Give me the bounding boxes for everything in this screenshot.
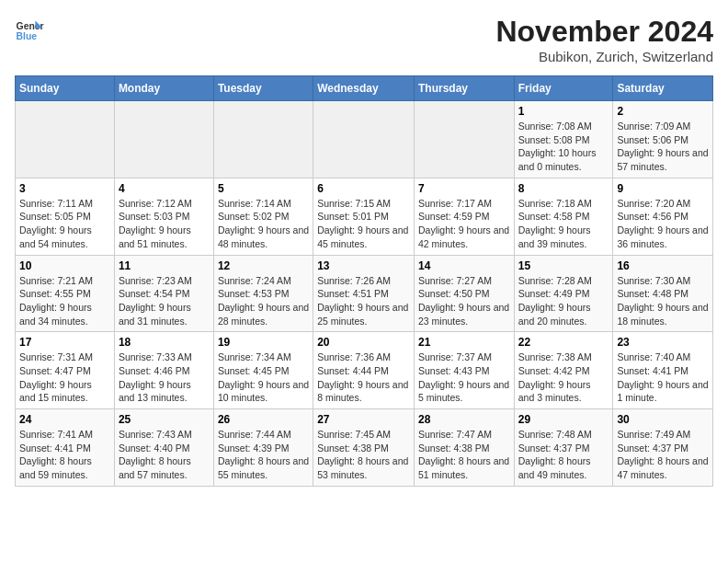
day-info: Sunrise: 7:40 AM Sunset: 4:41 PM Dayligh… [617,350,709,405]
day-info: Sunrise: 7:47 AM Sunset: 4:38 PM Dayligh… [418,428,510,482]
day-number: 26 [218,413,309,426]
calendar-week-row: 17Sunrise: 7:31 AM Sunset: 4:47 PM Dayli… [16,332,713,409]
calendar-cell: 20Sunrise: 7:36 AM Sunset: 4:44 PM Dayli… [313,332,415,409]
day-info: Sunrise: 7:11 AM Sunset: 5:05 PM Dayligh… [19,197,110,251]
day-info: Sunrise: 7:38 AM Sunset: 4:42 PM Dayligh… [518,350,609,405]
day-number: 15 [518,259,609,272]
calendar-cell [16,101,115,178]
day-number: 13 [317,259,410,272]
calendar-cell [313,101,415,178]
day-info: Sunrise: 7:49 AM Sunset: 4:37 PM Dayligh… [617,428,709,482]
calendar-cell: 21Sunrise: 7:37 AM Sunset: 4:43 PM Dayli… [414,332,514,409]
day-info: Sunrise: 7:43 AM Sunset: 4:40 PM Dayligh… [119,428,210,482]
day-info: Sunrise: 7:21 AM Sunset: 4:55 PM Dayligh… [19,274,110,328]
calendar-cell: 11Sunrise: 7:23 AM Sunset: 4:54 PM Dayli… [114,255,213,332]
day-number: 30 [617,413,709,426]
day-info: Sunrise: 7:33 AM Sunset: 4:46 PM Dayligh… [119,350,210,405]
calendar-cell: 24Sunrise: 7:41 AM Sunset: 4:41 PM Dayli… [16,409,115,487]
calendar-week-row: 1Sunrise: 7:08 AM Sunset: 5:08 PM Daylig… [16,101,713,178]
day-number: 4 [119,182,210,195]
day-number: 14 [418,259,510,272]
day-number: 5 [218,182,309,195]
day-info: Sunrise: 7:37 AM Sunset: 4:43 PM Dayligh… [418,350,510,405]
calendar-cell: 9Sunrise: 7:20 AM Sunset: 4:56 PM Daylig… [613,178,713,255]
calendar-cell: 7Sunrise: 7:17 AM Sunset: 4:59 PM Daylig… [414,178,514,255]
calendar-cell: 16Sunrise: 7:30 AM Sunset: 4:48 PM Dayli… [613,255,713,332]
location-subtitle: Bubikon, Zurich, Switzerland [495,49,713,64]
day-number: 8 [518,182,609,195]
day-number: 21 [418,336,510,349]
calendar-cell: 10Sunrise: 7:21 AM Sunset: 4:55 PM Dayli… [16,255,115,332]
day-info: Sunrise: 7:41 AM Sunset: 4:41 PM Dayligh… [19,428,110,482]
calendar-cell: 12Sunrise: 7:24 AM Sunset: 4:53 PM Dayli… [213,255,313,332]
day-number: 11 [119,259,210,272]
calendar-cell [414,101,514,178]
day-info: Sunrise: 7:15 AM Sunset: 5:01 PM Dayligh… [317,197,410,251]
calendar-week-row: 10Sunrise: 7:21 AM Sunset: 4:55 PM Dayli… [16,255,713,332]
day-number: 7 [418,182,510,195]
calendar-cell: 29Sunrise: 7:48 AM Sunset: 4:37 PM Dayli… [514,409,613,487]
day-info: Sunrise: 7:48 AM Sunset: 4:37 PM Dayligh… [518,428,609,482]
day-number: 2 [617,105,709,118]
day-info: Sunrise: 7:09 AM Sunset: 5:06 PM Dayligh… [617,120,709,174]
calendar-cell: 14Sunrise: 7:27 AM Sunset: 4:50 PM Dayli… [414,255,514,332]
day-info: Sunrise: 7:26 AM Sunset: 4:51 PM Dayligh… [317,274,410,328]
day-number: 6 [317,182,410,195]
day-number: 29 [518,413,609,426]
day-info: Sunrise: 7:17 AM Sunset: 4:59 PM Dayligh… [418,197,510,251]
calendar-cell: 13Sunrise: 7:26 AM Sunset: 4:51 PM Dayli… [313,255,415,332]
day-number: 17 [19,336,110,349]
day-number: 24 [19,413,110,426]
day-info: Sunrise: 7:08 AM Sunset: 5:08 PM Dayligh… [518,120,609,174]
calendar-cell: 6Sunrise: 7:15 AM Sunset: 5:01 PM Daylig… [313,178,415,255]
calendar-week-row: 3Sunrise: 7:11 AM Sunset: 5:05 PM Daylig… [16,178,713,255]
weekday-header: Friday [514,76,613,101]
calendar-cell: 2Sunrise: 7:09 AM Sunset: 5:06 PM Daylig… [613,101,713,178]
calendar-header-row: SundayMondayTuesdayWednesdayThursdayFrid… [16,76,713,101]
day-info: Sunrise: 7:31 AM Sunset: 4:47 PM Dayligh… [19,350,110,405]
logo-icon: General Blue [15,15,44,44]
calendar-cell: 5Sunrise: 7:14 AM Sunset: 5:02 PM Daylig… [213,178,313,255]
day-number: 3 [19,182,110,195]
day-number: 28 [418,413,510,426]
calendar-cell: 3Sunrise: 7:11 AM Sunset: 5:05 PM Daylig… [16,178,115,255]
day-info: Sunrise: 7:14 AM Sunset: 5:02 PM Dayligh… [218,197,309,251]
day-number: 16 [617,259,709,272]
weekday-header: Monday [114,76,213,101]
calendar-cell [114,101,213,178]
day-info: Sunrise: 7:24 AM Sunset: 4:53 PM Dayligh… [218,274,309,328]
calendar-cell: 17Sunrise: 7:31 AM Sunset: 4:47 PM Dayli… [16,332,115,409]
calendar-cell: 27Sunrise: 7:45 AM Sunset: 4:38 PM Dayli… [313,409,415,487]
month-title: November 2024 [495,15,713,49]
weekday-header: Sunday [16,76,115,101]
calendar-cell: 25Sunrise: 7:43 AM Sunset: 4:40 PM Dayli… [114,409,213,487]
day-number: 25 [119,413,210,426]
day-info: Sunrise: 7:45 AM Sunset: 4:38 PM Dayligh… [317,428,410,482]
calendar-week-row: 24Sunrise: 7:41 AM Sunset: 4:41 PM Dayli… [16,409,713,487]
day-info: Sunrise: 7:18 AM Sunset: 4:58 PM Dayligh… [518,197,609,251]
day-number: 18 [119,336,210,349]
weekday-header: Wednesday [313,76,415,101]
calendar-cell: 18Sunrise: 7:33 AM Sunset: 4:46 PM Dayli… [114,332,213,409]
page-header: General Blue November 2024 Bubikon, Zuri… [15,15,713,64]
day-info: Sunrise: 7:12 AM Sunset: 5:03 PM Dayligh… [119,197,210,251]
day-info: Sunrise: 7:34 AM Sunset: 4:45 PM Dayligh… [218,350,309,405]
day-number: 19 [218,336,309,349]
calendar-cell: 8Sunrise: 7:18 AM Sunset: 4:58 PM Daylig… [514,178,613,255]
day-info: Sunrise: 7:30 AM Sunset: 4:48 PM Dayligh… [617,274,709,328]
day-number: 20 [317,336,410,349]
calendar-cell: 15Sunrise: 7:28 AM Sunset: 4:49 PM Dayli… [514,255,613,332]
title-block: November 2024 Bubikon, Zurich, Switzerla… [495,15,713,64]
weekday-header: Tuesday [213,76,313,101]
day-number: 12 [218,259,309,272]
day-info: Sunrise: 7:36 AM Sunset: 4:44 PM Dayligh… [317,350,410,405]
day-number: 27 [317,413,410,426]
weekday-header: Saturday [613,76,713,101]
calendar-cell [213,101,313,178]
calendar-cell: 28Sunrise: 7:47 AM Sunset: 4:38 PM Dayli… [414,409,514,487]
calendar-cell: 22Sunrise: 7:38 AM Sunset: 4:42 PM Dayli… [514,332,613,409]
calendar-cell: 19Sunrise: 7:34 AM Sunset: 4:45 PM Dayli… [213,332,313,409]
calendar-cell: 30Sunrise: 7:49 AM Sunset: 4:37 PM Dayli… [613,409,713,487]
day-info: Sunrise: 7:44 AM Sunset: 4:39 PM Dayligh… [218,428,309,482]
calendar-cell: 4Sunrise: 7:12 AM Sunset: 5:03 PM Daylig… [114,178,213,255]
